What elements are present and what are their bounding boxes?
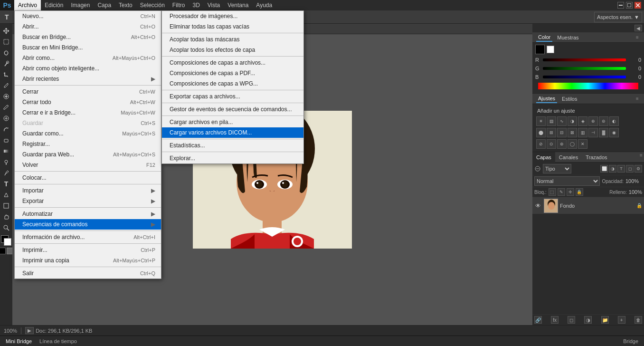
submenu-sep-3	[162, 90, 303, 90]
menu-item-importar[interactable]: Importar ▶	[15, 185, 161, 196]
menu-item-buscar-bridge[interactable]: Buscar en Bridge... Alt+Ctrl+O	[15, 32, 161, 42]
secuencias-submenu: Procesador de imágenes... Eliminar todas…	[161, 10, 304, 164]
menu-item-automatizar[interactable]: Automatizar ▶	[15, 209, 161, 219]
submenu-acoplar-mascaras[interactable]: Acoplar todas las máscaras	[162, 34, 303, 45]
menu-item-abrir[interactable]: Abrir... Ctrl+O	[15, 21, 161, 32]
menu-separator-3	[15, 184, 161, 184]
menu-item-abrir-recientes[interactable]: Abrir recientes ▶	[15, 74, 161, 84]
menu-item-nuevo[interactable]: Nuevo... Ctrl+N	[15, 11, 161, 21]
menu-item-cerrar-todo[interactable]: Cerrar todo Alt+Ctrl+W	[15, 97, 161, 107]
menu-item-volver[interactable]: Volver F12	[15, 160, 161, 170]
submenu-gestor-eventos[interactable]: Gestor de eventos de secuencia de comand…	[162, 104, 303, 115]
submenu-procesador[interactable]: Procesador de imágenes...	[162, 11, 303, 21]
menu-item-abrir-objeto[interactable]: Abrir como objeto inteligente...	[15, 63, 161, 74]
submenu-sep-2	[162, 56, 303, 57]
submenu-sep-5	[162, 115, 303, 116]
submenu-comp-wpg[interactable]: Composiciones de capas a WPG...	[162, 78, 303, 89]
submenu-acoplar-efectos[interactable]: Acoplar todos los efectos de capa	[162, 45, 303, 55]
submenu-cargar-dicom[interactable]: Cargar varios archivos DICOM...	[162, 127, 303, 138]
menu-item-colocar[interactable]: Colocar...	[15, 173, 161, 183]
menu-item-guardar[interactable]: Guardar Ctrl+S	[15, 118, 161, 128]
submenu-eliminar-capas[interactable]: Eliminar todas las capas vacías	[162, 21, 303, 32]
menu-item-cerrar[interactable]: Cerrar Ctrl+W	[15, 86, 161, 97]
submenu-sep-1	[162, 33, 303, 33]
menu-item-info-archivo[interactable]: Información de archivo... Alt+Ctrl+I	[15, 232, 161, 242]
menu-separator-7	[15, 267, 161, 267]
submenu-comp-pdf[interactable]: Composiciones de capas a PDF...	[162, 68, 303, 78]
archivo-dropdown-menu: Nuevo... Ctrl+N Abrir... Ctrl+O Buscar e…	[14, 10, 161, 279]
menu-separator-6	[15, 243, 161, 244]
menu-separator-1	[15, 85, 161, 86]
submenu-comp-archivos[interactable]: Composiciones de capas a archivos...	[162, 58, 303, 68]
menu-separator-5	[15, 231, 161, 231]
submenu-sep-6	[162, 139, 303, 139]
menu-separator-4	[15, 207, 161, 208]
menu-item-salir[interactable]: Salir Ctrl+Q	[15, 268, 161, 279]
menu-item-cerrar-bridge[interactable]: Cerrar e ir a Bridge... Mayús+Ctrl+W	[15, 107, 161, 118]
submenu-sep-4	[162, 103, 303, 103]
submenu-estadisticas[interactable]: Estadísticas...	[162, 140, 303, 151]
submenu-explorar[interactable]: Explorar...	[162, 153, 303, 163]
menu-separator-2	[15, 171, 161, 172]
menu-item-guardar-como[interactable]: Guardar como... Mayús+Ctrl+S	[15, 128, 161, 139]
submenu-cargar-pila[interactable]: Cargar archivos en pila...	[162, 117, 303, 127]
menu-item-buscar-mini-bridge[interactable]: Buscar en Mini Bridge...	[15, 42, 161, 53]
menu-item-registrar[interactable]: Registrar...	[15, 139, 161, 149]
menu-item-abrir-como[interactable]: Abrir como... Alt+Mayús+Ctrl+O	[15, 53, 161, 63]
submenu-exportar-capas[interactable]: Exportar capas a archivos...	[162, 91, 303, 102]
menu-item-imprimir[interactable]: Imprimir... Ctrl+P	[15, 245, 161, 255]
menu-item-exportar[interactable]: Exportar ▶	[15, 196, 161, 206]
menu-item-secuencias[interactable]: Secuencias de comandos ▶	[15, 219, 161, 230]
menu-item-imprimir-copia[interactable]: Imprimir una copia Alt+Mayús+Ctrl+P	[15, 255, 161, 266]
menu-item-guardar-web[interactable]: Guardar para Web... Alt+Mayús+Ctrl+S	[15, 149, 161, 160]
submenu-sep-7	[162, 152, 303, 152]
